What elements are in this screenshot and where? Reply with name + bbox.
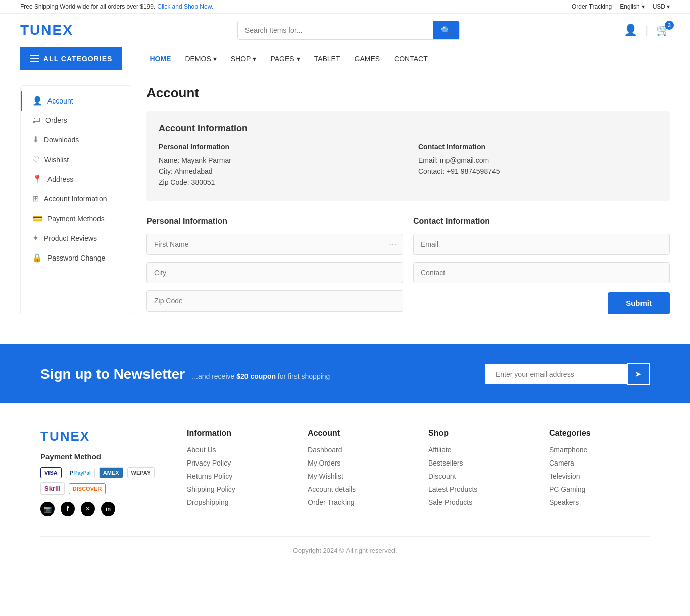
sidebar-item-reviews[interactable]: ✦ Product Reviews [21, 228, 131, 248]
city-input[interactable] [146, 262, 403, 283]
footer-brand: TUNEX Payment Method VISA P PayPal AMEX … [40, 429, 167, 516]
name-value: Mayank Parmar [181, 156, 231, 164]
footer-camera[interactable]: Camera [549, 459, 650, 467]
sidebar-item-password[interactable]: 🔒 Password Change [21, 248, 131, 268]
footer-privacy-policy[interactable]: Privacy Policy [187, 459, 287, 467]
form-contact-title: Contact Information [413, 217, 670, 226]
twitter-icon[interactable]: ✕ [81, 502, 95, 516]
email-row: Email: mp@gmail.com [418, 156, 658, 164]
orders-icon: 🏷 [32, 116, 40, 125]
footer-account-title: Account [308, 429, 408, 438]
zip-row: Zip Code: 380051 [159, 178, 398, 186]
contact-input[interactable] [413, 262, 670, 283]
email-input[interactable] [413, 234, 670, 255]
nav-tablet[interactable]: TABLET [307, 47, 348, 70]
nav-demos[interactable]: DEMOS ▾ [178, 47, 223, 70]
linkedin-icon[interactable]: in [101, 502, 115, 516]
footer-affiliate[interactable]: Affiliate [428, 446, 529, 454]
amex-icon: AMEX [99, 467, 123, 478]
top-bar: Free Shipping World wide for all orders … [0, 0, 690, 14]
header: TUNEX 🔍 👤 | 🛒 3 [0, 14, 690, 47]
footer-my-orders[interactable]: My Orders [308, 459, 408, 467]
footer-smartphone[interactable]: Smartphone [549, 446, 650, 454]
visa-icon: VISA [40, 467, 62, 478]
sidebar-item-payment[interactable]: 💳 Payment Methods [21, 209, 131, 228]
footer-returns-policy[interactable]: Returns Policy [187, 472, 287, 480]
paypal-icon: P PayPal [66, 468, 95, 478]
footer-information-title: Information [187, 429, 287, 438]
submit-button[interactable]: Submit [608, 292, 670, 314]
reviews-icon: ✦ [32, 233, 39, 243]
sidebar-label-payment: Payment Methods [47, 215, 105, 223]
currency-selector[interactable]: USD ▾ [653, 3, 670, 10]
nav-pages[interactable]: PAGES ▾ [263, 47, 307, 70]
cart-button[interactable]: 🛒 3 [656, 24, 670, 37]
info-icon: ⊞ [32, 194, 39, 203]
sidebar-item-wishlist[interactable]: ♡ Wishlist [21, 149, 131, 169]
nav-home[interactable]: HOME [142, 47, 178, 70]
contact-value: +91 9874598745 [447, 167, 500, 175]
footer-television[interactable]: Television [549, 472, 650, 480]
lock-icon: 🔒 [32, 253, 42, 263]
instagram-icon[interactable]: 📷 [40, 502, 55, 516]
account-button[interactable]: 👤 [624, 24, 637, 37]
language-selector[interactable]: English ▾ [620, 3, 644, 10]
footer-dashboard[interactable]: Dashboard [308, 446, 408, 454]
zip-value: 380051 [191, 178, 215, 186]
address-icon: 📍 [32, 174, 42, 184]
header-icons: 👤 | 🛒 3 [624, 24, 670, 37]
sidebar-item-account-info[interactable]: ⊞ Account Information [21, 189, 131, 209]
footer-discount[interactable]: Discount [428, 472, 529, 480]
nav-links: HOME DEMOS ▾ SHOP ▾ PAGES ▾ TABLET GAMES… [142, 47, 434, 70]
footer-about-us[interactable]: About Us [187, 446, 287, 454]
facebook-icon[interactable]: f [61, 502, 75, 516]
email-value: mp@gmail.com [440, 156, 489, 164]
footer-speakers[interactable]: Speakers [549, 498, 650, 506]
nav-games[interactable]: GAMES [348, 47, 387, 70]
footer-dropshipping[interactable]: Dropshipping [187, 498, 287, 506]
nav-shop[interactable]: SHOP ▾ [224, 47, 264, 70]
sidebar-item-address[interactable]: 📍 Address [21, 169, 131, 189]
sidebar-label-password: Password Change [47, 254, 105, 262]
logo[interactable]: TUNEX [20, 22, 73, 38]
shop-now-link[interactable]: Click and Shop Now. [157, 3, 213, 10]
newsletter-submit-button[interactable]: ➤ [627, 363, 650, 385]
footer-logo-text: TUNE [40, 429, 80, 444]
first-name-input[interactable] [146, 234, 403, 255]
all-categories-button[interactable]: ALL CATEGORIES [20, 47, 122, 70]
order-tracking-link[interactable]: Order Tracking [572, 3, 612, 10]
chevron-down-icon: ▾ [642, 3, 645, 10]
footer-my-wishlist[interactable]: My Wishlist [308, 472, 408, 480]
footer-order-tracking[interactable]: Order Tracking [308, 498, 408, 506]
footer-top: TUNEX Payment Method VISA P PayPal AMEX … [40, 429, 650, 516]
footer-logo-accent: X [80, 429, 90, 444]
user-icon: 👤 [624, 24, 637, 36]
newsletter-section: Sign up to Newsletter ...and receive $20… [0, 344, 690, 403]
search-input[interactable] [238, 21, 433, 39]
search-button[interactable]: 🔍 [433, 21, 459, 39]
account-form: Personal Information ⋯ Contact Informati… [146, 217, 670, 314]
footer-pc-gaming[interactable]: PC Gaming [549, 485, 650, 493]
personal-info-column: Personal Information Name: Mayank Parmar… [159, 143, 398, 189]
footer-shipping-policy[interactable]: Shipping Policy [187, 485, 287, 493]
zip-input[interactable] [146, 290, 403, 312]
city-row: City: Ahmedabad [159, 167, 398, 175]
chevron-down-icon: ▾ [297, 55, 300, 63]
footer-sale-products[interactable]: Sale Products [428, 498, 529, 506]
zip-label: Zip Code: [159, 178, 189, 186]
sidebar-item-downloads[interactable]: ⬇ Downloads [21, 130, 131, 149]
all-categories-label: ALL CATEGORIES [43, 55, 112, 63]
account-title: Account [146, 85, 670, 101]
sidebar-item-account[interactable]: 👤 Account [21, 91, 131, 111]
downloads-icon: ⬇ [32, 135, 39, 144]
discover-icon: DISCOVER [69, 483, 106, 494]
newsletter-email-input[interactable] [485, 364, 627, 384]
shipping-text: Free Shipping World wide for all orders … [20, 3, 155, 10]
footer-bottom: Copyright 2024 © All right reserved. [40, 536, 650, 554]
personal-info-label: Personal Information [159, 143, 398, 151]
footer-bestsellers[interactable]: Bestsellers [428, 459, 529, 467]
nav-contact[interactable]: CONTACT [387, 47, 435, 70]
footer-latest-products[interactable]: Latest Products [428, 485, 529, 493]
footer-account-details[interactable]: Account details [308, 485, 408, 493]
sidebar-item-orders[interactable]: 🏷 Orders [21, 111, 131, 130]
